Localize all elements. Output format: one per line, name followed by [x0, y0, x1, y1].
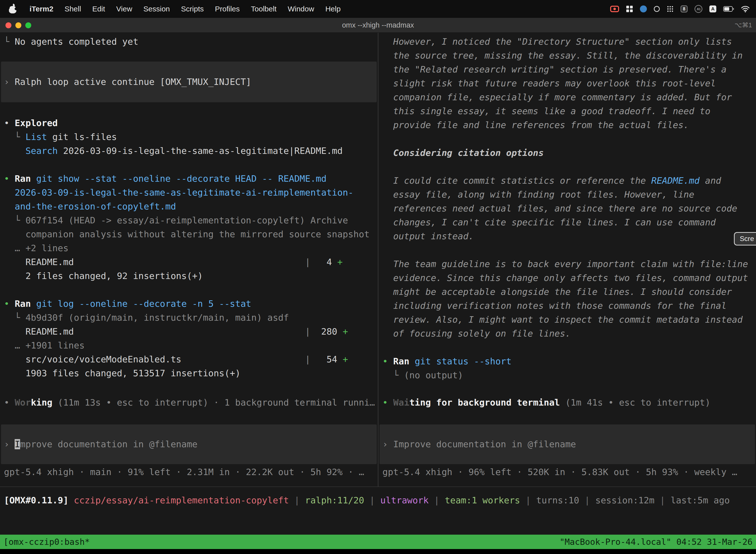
text-segment: ultrawork — [380, 495, 429, 505]
pane-bottom-right: • Waiting for background terminal (1m 41… — [382, 396, 752, 479]
terminal-line: … +2 lines — [4, 241, 374, 255]
text-segment: cczip/essay/ai-reimplementation-copyleft — [74, 495, 289, 505]
text-segment: session:12m — [595, 495, 654, 505]
terminal-line: I could cite commit statistics or refere… — [382, 174, 752, 188]
terminal-line: of focusing solely on file lines. — [382, 327, 752, 340]
menu-item-window[interactable]: Window — [288, 5, 314, 13]
terminal-line: output instead. — [382, 229, 752, 243]
text-segment: the "Related research writing" section i… — [382, 64, 727, 74]
session-status-left: gpt-5.4 xhigh · main · 91% left · 2.31M … — [4, 465, 374, 479]
tmux-status-bar: [omx-cczip0:bash* "MacBook-Pro-44.local"… — [0, 535, 756, 549]
screen: iTerm2 Shell Edit View Session Scripts P… — [0, 0, 756, 554]
terminal-line: slight risk that future readers may over… — [382, 76, 752, 90]
terminal-line: provide file and line references from th… — [382, 118, 752, 132]
text-segment: | — [579, 495, 595, 505]
text-segment: evidence. Since this change only affects… — [382, 273, 748, 283]
blue-app-icon[interactable] — [640, 5, 647, 12]
text-segment: No agents completed yet — [15, 37, 138, 47]
terminal-line — [382, 132, 752, 146]
apple-menu-icon[interactable] — [9, 4, 16, 13]
battery-gauge-icon[interactable]: .61 — [694, 5, 702, 13]
close-button[interactable] — [5, 22, 11, 28]
terminal-pane-right[interactable]: However, I noticed the "Directory Struct… — [378, 33, 756, 487]
window-titlebar[interactable]: omx --xhigh --madmax ⌥⌘1 — [0, 18, 756, 33]
menu-item-toolbelt[interactable]: Toolbelt — [251, 5, 276, 13]
text-segment: └ (no output) — [382, 370, 463, 380]
text-segment: • — [382, 356, 393, 366]
prompt-input-right[interactable]: › Improve documentation in @filename — [379, 425, 755, 464]
omx-status-bar: [OMX#0.11.9] cczip/essay/ai-reimplementa… — [0, 487, 756, 535]
text-segment: the source tree, missing the essay. Stil… — [382, 50, 743, 61]
terminal-line: evidence. Since this change only affects… — [382, 271, 752, 285]
prompt-input-text-right: › Improve documentation in @filename — [382, 437, 752, 451]
notification-toast[interactable]: Scre — [734, 232, 756, 245]
wifi-icon[interactable] — [741, 6, 750, 12]
terminal-line — [4, 158, 374, 172]
dark-app-icon[interactable] — [654, 6, 660, 12]
text-segment: Ralph loop active continue [OMX_TMUX_INJ… — [15, 77, 251, 87]
text-segment: | — [364, 495, 380, 505]
text-segment: … +2 lines — [4, 243, 68, 253]
terminal-line: • Explored — [4, 116, 374, 130]
text-segment: including verification notes with those … — [382, 300, 727, 311]
battery-icon[interactable] — [723, 6, 734, 12]
session-status-right: gpt-5.4 xhigh · 96% left · 520K in · 5.8… — [382, 465, 752, 479]
password-manager-icon[interactable]: 8 — [681, 5, 688, 12]
text-segment: List — [25, 132, 47, 142]
screen-recording-stop-icon[interactable] — [610, 6, 619, 12]
terminal-line — [382, 243, 752, 257]
text-segment: └ — [4, 37, 15, 47]
text-segment: Ran — [15, 298, 36, 309]
prompt-input-left[interactable]: › Improve documentation in @filename — [1, 425, 377, 464]
menu-item-view[interactable]: View — [116, 5, 132, 13]
tmux-session-name: [omx-cczip0:bash* — [3, 537, 90, 547]
terminal-line: The team guideline is to back every impo… — [382, 257, 752, 271]
text-segment: README.md — [4, 257, 74, 267]
terminal-line: • Ran git status --short — [382, 354, 752, 368]
text-segment: team:1 workers — [445, 495, 520, 505]
text-segment: └ — [4, 132, 25, 142]
zoom-button[interactable] — [25, 22, 31, 28]
waiting-status-line: • Waiting for background terminal (1m 41… — [382, 396, 752, 409]
terminal-line: changes, I can't cite specific file line… — [382, 215, 752, 229]
text-segment: … +1901 lines — [4, 340, 84, 350]
terminal-pane-left[interactable]: └ No agents completed yet› Ralph loop ac… — [0, 33, 378, 487]
menu-item-edit[interactable]: Edit — [92, 5, 105, 13]
terminal-line: README.md | 280 + — [4, 325, 374, 339]
dots-grid-icon[interactable] — [667, 5, 674, 12]
text-segment: review. Also, I might want to inspect th… — [382, 315, 743, 325]
terminal-line: 1903 files changed, 513517 insertions(+) — [4, 366, 374, 380]
menu-item-profiles[interactable]: Profiles — [215, 5, 240, 13]
text-segment: • — [4, 397, 15, 407]
menu-bar-status-icons: 8 .61 A — [610, 5, 750, 13]
menu-item-iterm2[interactable]: iTerm2 — [29, 5, 53, 13]
window-shortcut-hint: ⌥⌘1 — [735, 21, 756, 29]
text-segment: king — [31, 397, 52, 407]
text-segment: | — [74, 257, 311, 267]
menu-item-shell[interactable]: Shell — [64, 5, 81, 13]
text-segment: (11m 13s • esc to interrupt) · 1 backgro… — [52, 397, 375, 407]
menu-item-scripts[interactable]: Scripts — [181, 5, 204, 13]
text-segment: 54 — [310, 354, 342, 365]
input-source-icon[interactable]: A — [709, 5, 716, 12]
text-segment: mprove documentation in @filename — [20, 439, 197, 449]
text-segment: 1903 files changed, 513517 insertions(+) — [4, 368, 241, 378]
text-segment: | — [74, 326, 311, 337]
menu-item-session[interactable]: Session — [143, 5, 170, 13]
text-segment: I could cite commit statistics or refere… — [382, 175, 651, 186]
text-segment: | — [520, 495, 536, 505]
grid-app-icon[interactable] — [626, 5, 633, 12]
text-segment: 280 — [310, 326, 342, 337]
minimize-button[interactable] — [15, 22, 21, 28]
text-segment: | — [429, 495, 445, 505]
text-segment: • — [4, 298, 15, 309]
terminal-line: might be acceptable alongside the file l… — [382, 285, 752, 299]
text-segment: Wor — [15, 397, 31, 407]
terminal-line: Considering citation options — [382, 146, 752, 160]
menu-item-help[interactable]: Help — [325, 5, 341, 13]
terminal-line: the "Related research writing" section i… — [382, 63, 752, 76]
text-segment: The team guideline is to back every impo… — [382, 259, 748, 269]
text-segment: git status --short — [415, 356, 511, 366]
text-segment: (1m 41s • esc to interrupt) — [560, 397, 710, 407]
text-segment: this single essay, it seems like a good … — [382, 106, 710, 116]
